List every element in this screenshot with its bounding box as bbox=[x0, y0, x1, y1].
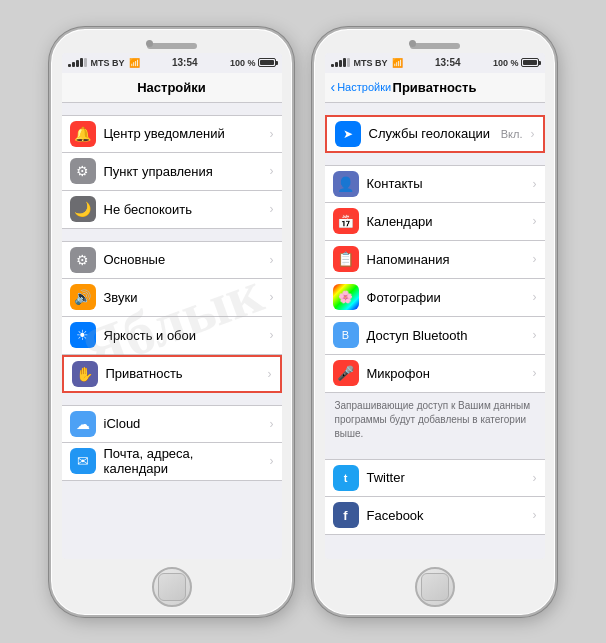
battery-1 bbox=[258, 58, 276, 67]
label-mail: Почта, адреса, календари bbox=[104, 446, 262, 476]
gap-2 bbox=[62, 229, 282, 241]
settings-list-2: ➤ Службы геолокации Вкл. › 👤 Контакты › … bbox=[325, 103, 545, 559]
home-button-2[interactable] bbox=[415, 567, 455, 607]
row-donotdisturb[interactable]: 🌙 Не беспокоить › bbox=[62, 191, 282, 229]
row-sounds[interactable]: 🔊 Звуки › bbox=[62, 279, 282, 317]
chevron-brightness: › bbox=[270, 328, 274, 342]
battery-pct-1: 100 % bbox=[230, 58, 256, 68]
label-twitter: Twitter bbox=[367, 470, 525, 485]
bar1-2 bbox=[331, 64, 334, 67]
signal-bars-2 bbox=[331, 58, 350, 67]
row-microphone[interactable]: 🎤 Микрофон › bbox=[325, 355, 545, 393]
home-inner-2 bbox=[421, 573, 449, 601]
chevron-general: › bbox=[270, 253, 274, 267]
row-photos[interactable]: 🌸 Фотографии › bbox=[325, 279, 545, 317]
chevron-control: › bbox=[270, 164, 274, 178]
row-bluetooth[interactable]: B Доступ Bluetooth › bbox=[325, 317, 545, 355]
section-geo: ➤ Службы геолокации Вкл. › bbox=[325, 115, 545, 153]
chevron-reminders: › bbox=[533, 252, 537, 266]
icon-general: ⚙ bbox=[70, 247, 96, 273]
speaker-2 bbox=[410, 43, 460, 49]
chevron-donotdisturb: › bbox=[270, 202, 274, 216]
section-2: ⚙ Основные › 🔊 Звуки › ☀ Яркость и обои … bbox=[62, 241, 282, 393]
speaker bbox=[147, 43, 197, 49]
battery-container-1: 100 % bbox=[230, 58, 276, 68]
back-label-2: Настройки bbox=[337, 81, 391, 93]
label-contacts: Контакты bbox=[367, 176, 525, 191]
camera-dot bbox=[146, 40, 153, 47]
icon-facebook: f bbox=[333, 502, 359, 528]
gap-2-3 bbox=[325, 447, 545, 459]
nav-bar-1: Настройки bbox=[62, 73, 282, 103]
icon-donotdisturb: 🌙 bbox=[70, 196, 96, 222]
row-facebook[interactable]: f Facebook › bbox=[325, 497, 545, 535]
row-general[interactable]: ⚙ Основные › bbox=[62, 241, 282, 279]
info-text: Запрашивающие доступ к Вашим данным прог… bbox=[325, 393, 545, 447]
section-social: t Twitter › f Facebook › bbox=[325, 459, 545, 535]
settings-list-1: 🔔 Центр уведомлений › ⚙ Пункт управления… bbox=[62, 103, 282, 559]
row-notifications[interactable]: 🔔 Центр уведомлений › bbox=[62, 115, 282, 153]
row-reminders[interactable]: 📋 Напоминания › bbox=[325, 241, 545, 279]
gap-1 bbox=[62, 103, 282, 115]
screen-1: MTS BY 📶 13:54 100 % Настройки 🔔 Центр bbox=[62, 53, 282, 559]
label-bluetooth: Доступ Bluetooth bbox=[367, 328, 525, 343]
battery-container-2: 100 % bbox=[493, 58, 539, 68]
row-privacy[interactable]: ✋ Приватность › bbox=[62, 355, 282, 393]
chevron-microphone: › bbox=[533, 366, 537, 380]
icon-bluetooth: B bbox=[333, 322, 359, 348]
row-calendar[interactable]: 📅 Календари › bbox=[325, 203, 545, 241]
chevron-icloud: › bbox=[270, 417, 274, 431]
icon-geo: ➤ bbox=[335, 121, 361, 147]
chevron-bluetooth: › bbox=[533, 328, 537, 342]
row-geo[interactable]: ➤ Службы геолокации Вкл. › bbox=[325, 115, 545, 153]
row-icloud[interactable]: ☁ iCloud › bbox=[62, 405, 282, 443]
label-general: Основные bbox=[104, 252, 262, 267]
home-inner-1 bbox=[158, 573, 186, 601]
nav-title-1: Настройки bbox=[137, 80, 206, 95]
gap-2-2 bbox=[325, 153, 545, 165]
row-contacts[interactable]: 👤 Контакты › bbox=[325, 165, 545, 203]
chevron-contacts: › bbox=[533, 177, 537, 191]
status-left: MTS BY 📶 bbox=[68, 58, 140, 68]
label-geo: Службы геолокации bbox=[369, 126, 493, 141]
icon-brightness: ☀ bbox=[70, 322, 96, 348]
section-perms: 👤 Контакты › 📅 Календари › 📋 Напоминания… bbox=[325, 165, 545, 393]
chevron-sounds: › bbox=[270, 290, 274, 304]
back-arrow-2: ‹ bbox=[331, 79, 336, 95]
section-3: ☁ iCloud › ✉ Почта, адреса, календари › bbox=[62, 405, 282, 481]
nav-back-2[interactable]: ‹ Настройки bbox=[331, 79, 392, 95]
row-control[interactable]: ⚙ Пункт управления › bbox=[62, 153, 282, 191]
home-button-1[interactable] bbox=[152, 567, 192, 607]
wifi-2: 📶 bbox=[392, 58, 403, 68]
label-donotdisturb: Не беспокоить bbox=[104, 202, 262, 217]
row-mail[interactable]: ✉ Почта, адреса, календари › bbox=[62, 443, 282, 481]
section-1: 🔔 Центр уведомлений › ⚙ Пункт управления… bbox=[62, 115, 282, 229]
label-notifications: Центр уведомлений bbox=[104, 126, 262, 141]
bar3-2 bbox=[339, 60, 342, 67]
label-photos: Фотографии bbox=[367, 290, 525, 305]
label-calendar: Календари bbox=[367, 214, 525, 229]
chevron-geo: › bbox=[531, 127, 535, 141]
nav-title-2: Приватность bbox=[393, 80, 477, 95]
label-privacy: Приватность bbox=[106, 366, 260, 381]
icon-microphone: 🎤 bbox=[333, 360, 359, 386]
bar4-2 bbox=[343, 58, 346, 67]
battery-2 bbox=[521, 58, 539, 67]
icon-notifications: 🔔 bbox=[70, 121, 96, 147]
label-icloud: iCloud bbox=[104, 416, 262, 431]
status-bar-2: MTS BY 📶 13:54 100 % bbox=[325, 53, 545, 73]
battery-pct-2: 100 % bbox=[493, 58, 519, 68]
nav-bar-2: ‹ Настройки Приватность bbox=[325, 73, 545, 103]
carrier-1: MTS BY bbox=[91, 58, 125, 68]
time-2: 13:54 bbox=[435, 57, 461, 68]
signal-bars bbox=[68, 58, 87, 67]
icon-control: ⚙ bbox=[70, 158, 96, 184]
label-microphone: Микрофон bbox=[367, 366, 525, 381]
gap-3 bbox=[62, 393, 282, 405]
status-left-2: MTS BY 📶 bbox=[331, 58, 403, 68]
row-brightness[interactable]: ☀ Яркость и обои › bbox=[62, 317, 282, 355]
bar4 bbox=[80, 58, 83, 67]
row-twitter[interactable]: t Twitter › bbox=[325, 459, 545, 497]
battery-fill-1 bbox=[260, 60, 274, 65]
phone-1: MTS BY 📶 13:54 100 % Настройки 🔔 Центр bbox=[49, 27, 294, 617]
